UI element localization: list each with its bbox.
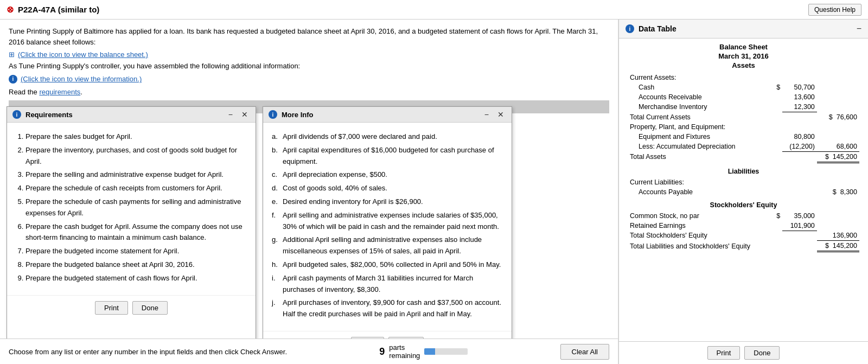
balance-sheet-link[interactable]: (Click the icon to view the balance shee… (18, 50, 148, 59)
dialogs-area: i Requirements − ✕ Prepare the sales bud… (0, 106, 618, 356)
data-table-title-area: i Data Table (626, 24, 676, 33)
table-row: Accounts Payable $ 8,300 (628, 187, 859, 197)
equipment-value: 80,800 (782, 132, 817, 142)
clear-all-button[interactable]: Clear All (560, 344, 609, 360)
parts-remaining: 9 parts remaining (379, 343, 468, 360)
requirements-dialog-header: i Requirements − ✕ (7, 107, 256, 123)
accum-value: (12,200) (782, 142, 817, 152)
table-row: Less: Accumulated Depreciation (12,200) … (628, 142, 859, 152)
list-item: Prepare the cash budget for April. Assum… (25, 221, 247, 244)
left-panel: Tune Printing Supply of Baltimore has ap… (0, 20, 618, 364)
list-item: f.April selling and administrative expen… (272, 210, 503, 233)
list-item: d.Cost of goods sold, 40% of sales. (272, 183, 503, 194)
data-table-done-button[interactable]: Done (744, 346, 780, 360)
list-item: Prepare the budgeted balance sheet at Ap… (25, 259, 247, 271)
inventory-value: 12,300 (782, 102, 817, 112)
table-row: Liabilities (628, 162, 859, 177)
table-row: Property, Plant, and Equipment: (628, 122, 859, 132)
retained-label: Retained Earnings (628, 221, 773, 231)
table-row: Stockholders' Equity (628, 197, 859, 211)
bs-table: Current Assets: Cash $ 50,700 Accounts R… (628, 73, 859, 252)
requirements-link[interactable]: requirements (39, 88, 80, 96)
requirements-done-button[interactable]: Done (132, 301, 168, 315)
list-item: Prepare the schedule of cash payments fo… (25, 196, 247, 219)
table-row: Current Assets: (628, 73, 859, 82)
requirements-info-icon: i (12, 110, 21, 119)
list-item: e.Desired ending inventory for April is … (272, 196, 503, 208)
table-row: Total Current Assets $ 76,600 (628, 112, 859, 122)
bs-title: Balance Sheet (628, 39, 859, 52)
inventory-label: Merchandise Inventory (628, 102, 773, 112)
ap-value: 8,300 (840, 188, 857, 196)
list-item: Prepare the sales budget for April. (25, 131, 247, 143)
data-table-footer: Print Done (619, 341, 868, 364)
bottom-bar: Choose from any list or enter any number… (0, 339, 618, 364)
ppe-label: Property, Plant, and Equipment: (628, 122, 773, 132)
more-info-icon: i (269, 110, 277, 119)
page-title: P22A-47A (similar to) (18, 5, 99, 14)
total-current-label: Total Current Assets (628, 112, 773, 122)
list-item: Prepare the selling and administrative e… (25, 169, 247, 181)
bs-assets-heading: Assets (628, 61, 859, 73)
table-row: Cash $ 50,700 (628, 82, 859, 92)
more-info-header-left: i More Info (269, 110, 314, 119)
total-current-value: 76,600 (837, 113, 857, 121)
requirements-header-left: i Requirements (12, 110, 73, 119)
total-assets-label: Total Assets (628, 151, 773, 162)
table-row: Total Stockholders' Equity 136,900 (628, 231, 859, 241)
accum-label: Less: Accumulated Depreciation (628, 142, 773, 152)
more-info-minimize-button[interactable]: − (482, 110, 491, 119)
requirements-print-button[interactable]: Print (95, 301, 128, 315)
remaining-label: remaining (389, 352, 420, 360)
progress-fill (424, 348, 435, 355)
list-item: h.April budgeted sales, $82,000, 50% col… (272, 259, 503, 271)
ap-dollar: $ (833, 188, 837, 196)
list-item: c.April depreciation expense, $500. (272, 169, 503, 181)
common-stock-label: Common Stock, no par (628, 211, 773, 221)
data-table-print-button[interactable]: Print (707, 346, 741, 360)
current-assets-label: Current Assets: (628, 73, 773, 82)
list-item: Prepare the inventory, purchases, and co… (25, 145, 247, 168)
list-item: Prepare the budgeted statement of cash f… (25, 273, 247, 284)
list-item: j.April purchases of inventory, $9,900 f… (272, 297, 503, 320)
cash-dollar: $ (773, 82, 782, 92)
right-panel: i Data Table − Balance Sheet March 31, 2… (618, 20, 868, 364)
cash-value: 50,700 (782, 82, 817, 92)
total-liab-equity-dollar: $ (825, 242, 829, 250)
requirements-title: Requirements (25, 111, 73, 119)
main-layout: Tune Printing Supply of Baltimore has ap… (0, 20, 868, 364)
more-info-list: a.April dividends of $7,000 were declare… (272, 131, 503, 320)
data-table-title: Data Table (639, 24, 676, 33)
data-table-minimize-button[interactable]: − (857, 24, 861, 34)
info-icon: i (9, 75, 17, 84)
balance-sheet-link-line: ⊞ (Click the icon to view the balance sh… (9, 50, 609, 59)
retained-value: 101,900 (782, 221, 817, 231)
balance-sheet: Balance Sheet March 31, 2016 Assets Curr… (619, 39, 868, 261)
info-link[interactable]: (Click the icon to view the information.… (21, 75, 142, 83)
grid-icon: ⊞ (9, 50, 15, 59)
more-info-close-button[interactable]: ✕ (495, 110, 506, 119)
list-item: a.April dividends of $7,000 were declare… (272, 131, 503, 143)
total-liab-equity-value: 145,200 (833, 242, 857, 250)
total-liab-equity-label: Total Liabilities and Stockholders' Equi… (628, 241, 773, 252)
more-info-title: More Info (282, 111, 314, 119)
more-info-dialog-header: i More Info − ✕ (263, 107, 512, 123)
common-stock-value: 35,000 (782, 211, 817, 221)
stockholders-heading: Stockholders' Equity (628, 197, 859, 211)
parts-number: 9 (379, 346, 385, 357)
requirements-footer: Print Done (7, 295, 256, 320)
ar-value: 13,600 (782, 92, 817, 102)
more-info-content: a.April dividends of $7,000 were declare… (263, 123, 512, 331)
requirements-list: Prepare the sales budget for April. Prep… (16, 131, 247, 284)
table-row: Retained Earnings 101,900 (628, 221, 859, 231)
list-item: i.April cash payments of March 31 liabil… (272, 273, 503, 296)
requirements-minimize-button[interactable]: − (226, 110, 235, 119)
progress-bar (424, 348, 468, 355)
question-help-button[interactable]: Question Help (808, 4, 861, 16)
table-row: Equipment and Fixtures 80,800 (628, 132, 859, 142)
total-equity-label: Total Stockholders' Equity (628, 231, 773, 241)
list-item: Prepare the schedule of cash receipts fr… (25, 183, 247, 194)
requirements-dialog-controls: − ✕ (226, 110, 250, 119)
requirements-close-button[interactable]: ✕ (239, 110, 250, 119)
ap-label: Accounts Payable (628, 187, 773, 197)
